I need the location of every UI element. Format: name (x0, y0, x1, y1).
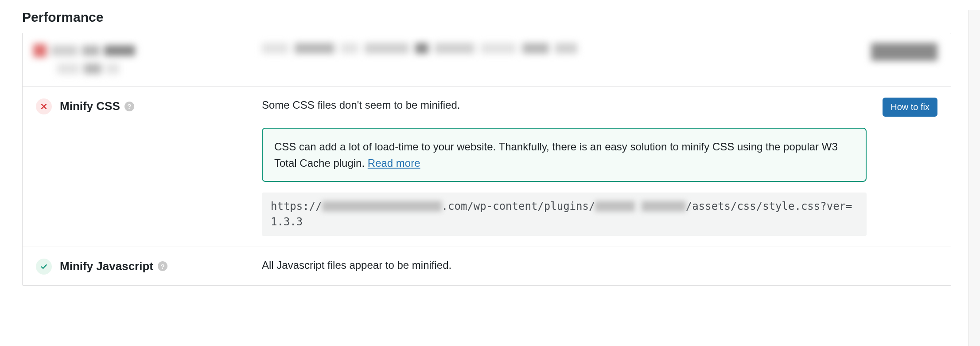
code-box: https://.com/wp-content/plugins/ /assets… (262, 193, 867, 236)
censored-segment (322, 201, 442, 212)
redacted-left (36, 43, 262, 74)
info-text: CSS can add a lot of load-time to your w… (274, 141, 838, 169)
audit-row-minify-js: Minify Javascript ? All Javascript files… (23, 247, 951, 285)
read-more-link[interactable]: Read more (368, 157, 420, 169)
check-icon (36, 259, 52, 275)
info-box: CSS can add a lot of load-time to your w… (262, 128, 867, 182)
audit-summary: Some CSS files don't seem to be minified… (262, 98, 867, 113)
code-segment: https:// (271, 200, 322, 212)
section-title: Performance (22, 10, 958, 25)
code-segment: .com/wp-content/plugins/ (442, 200, 595, 212)
audit-row-minify-css: Minify CSS ? Some CSS files don't seem t… (23, 87, 951, 247)
audit-row-redacted (23, 33, 951, 87)
audit-title: Minify CSS (60, 99, 120, 113)
scrollbar-gutter (968, 10, 980, 346)
help-icon[interactable]: ? (158, 261, 167, 271)
audit-title: Minify Javascript (60, 260, 153, 273)
performance-panel: Minify CSS ? Some CSS files don't seem t… (22, 33, 951, 286)
how-to-fix-button[interactable]: How to fix (883, 98, 937, 117)
redacted-right (867, 43, 937, 74)
x-icon (36, 98, 52, 114)
help-icon[interactable]: ? (124, 102, 134, 111)
audit-summary: All Javascript files appear to be minifi… (262, 258, 867, 273)
censored-segment (642, 201, 686, 212)
censored-segment (595, 201, 635, 212)
redacted-mid (262, 43, 867, 74)
